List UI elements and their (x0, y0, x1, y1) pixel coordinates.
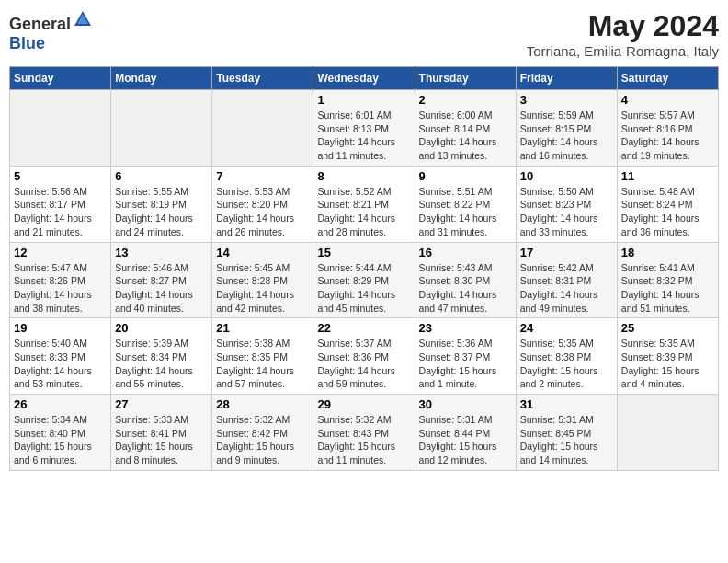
day-info: Sunrise: 5:32 AMSunset: 8:43 PMDaylight:… (317, 413, 410, 467)
calendar-cell: 17Sunrise: 5:42 AMSunset: 8:31 PMDayligh… (516, 242, 617, 318)
day-number: 31 (520, 397, 613, 411)
calendar-cell: 21Sunrise: 5:38 AMSunset: 8:35 PMDayligh… (212, 318, 313, 395)
day-number: 13 (115, 246, 208, 259)
day-number: 9 (419, 169, 512, 183)
day-info: Sunrise: 5:33 AMSunset: 8:41 PMDaylight:… (115, 413, 208, 467)
day-info: Sunrise: 5:41 AMSunset: 8:32 PMDaylight:… (621, 261, 714, 316)
day-info: Sunrise: 5:35 AMSunset: 8:39 PMDaylight:… (621, 337, 714, 391)
day-number: 22 (317, 321, 410, 335)
column-header-sunday: Sunday (10, 67, 111, 90)
logo-text: General Blue (9, 9, 93, 53)
day-number: 17 (520, 246, 613, 259)
logo-blue: Blue (9, 34, 45, 52)
calendar-cell: 7Sunrise: 5:53 AMSunset: 8:20 PMDaylight… (212, 166, 313, 242)
calendar-cell: 12Sunrise: 5:47 AMSunset: 8:26 PMDayligh… (10, 242, 111, 318)
calendar-cell: 26Sunrise: 5:34 AMSunset: 8:40 PMDayligh… (10, 395, 111, 471)
calendar-cell: 30Sunrise: 5:31 AMSunset: 8:44 PMDayligh… (415, 395, 516, 471)
title-block: May 2024 Torriana, Emilia-Romagna, Italy (527, 9, 719, 59)
calendar-cell: 25Sunrise: 5:35 AMSunset: 8:39 PMDayligh… (617, 318, 718, 395)
calendar-cell: 16Sunrise: 5:43 AMSunset: 8:30 PMDayligh… (415, 242, 516, 318)
day-number: 25 (621, 321, 714, 335)
day-info: Sunrise: 5:31 AMSunset: 8:45 PMDaylight:… (520, 413, 613, 467)
calendar-cell: 2Sunrise: 6:00 AMSunset: 8:14 PMDaylight… (415, 90, 516, 167)
day-info: Sunrise: 5:31 AMSunset: 8:44 PMDaylight:… (419, 413, 512, 467)
calendar-week-4: 19Sunrise: 5:40 AMSunset: 8:33 PMDayligh… (10, 318, 719, 395)
day-info: Sunrise: 5:38 AMSunset: 8:35 PMDaylight:… (216, 337, 309, 391)
day-number: 27 (115, 397, 208, 411)
calendar-cell: 15Sunrise: 5:44 AMSunset: 8:29 PMDayligh… (313, 242, 415, 318)
calendar-cell: 31Sunrise: 5:31 AMSunset: 8:45 PMDayligh… (516, 395, 617, 471)
calendar-cell (617, 395, 718, 471)
day-number: 1 (317, 93, 410, 107)
day-info: Sunrise: 5:32 AMSunset: 8:42 PMDaylight:… (216, 413, 309, 467)
day-number: 30 (419, 397, 512, 411)
day-info: Sunrise: 5:57 AMSunset: 8:16 PMDaylight:… (621, 109, 714, 163)
column-header-tuesday: Tuesday (212, 67, 313, 90)
calendar-week-1: 1Sunrise: 6:01 AMSunset: 8:13 PMDaylight… (10, 90, 719, 167)
calendar-cell: 13Sunrise: 5:46 AMSunset: 8:27 PMDayligh… (111, 242, 212, 318)
day-info: Sunrise: 6:01 AMSunset: 8:13 PMDaylight:… (317, 109, 410, 163)
day-number: 23 (419, 321, 512, 335)
calendar-cell: 22Sunrise: 5:37 AMSunset: 8:36 PMDayligh… (313, 318, 415, 395)
calendar-cell: 18Sunrise: 5:41 AMSunset: 8:32 PMDayligh… (617, 242, 718, 318)
day-info: Sunrise: 5:50 AMSunset: 8:23 PMDaylight:… (520, 185, 613, 239)
day-number: 7 (216, 169, 309, 183)
day-number: 3 (520, 93, 613, 107)
calendar-cell: 14Sunrise: 5:45 AMSunset: 8:28 PMDayligh… (212, 242, 313, 318)
logo-general: General (9, 15, 71, 33)
day-info: Sunrise: 5:55 AMSunset: 8:19 PMDaylight:… (115, 185, 208, 239)
day-number: 19 (14, 321, 107, 335)
day-info: Sunrise: 5:51 AMSunset: 8:22 PMDaylight:… (419, 185, 512, 239)
logo-icon (73, 9, 93, 29)
calendar-week-2: 5Sunrise: 5:56 AMSunset: 8:17 PMDaylight… (10, 166, 719, 242)
calendar-cell: 24Sunrise: 5:35 AMSunset: 8:38 PMDayligh… (516, 318, 617, 395)
calendar-week-5: 26Sunrise: 5:34 AMSunset: 8:40 PMDayligh… (10, 395, 719, 471)
day-number: 8 (317, 169, 410, 183)
day-info: Sunrise: 5:46 AMSunset: 8:27 PMDaylight:… (115, 261, 208, 316)
column-header-monday: Monday (111, 67, 212, 90)
day-info: Sunrise: 5:34 AMSunset: 8:40 PMDaylight:… (14, 413, 107, 467)
day-number: 12 (14, 246, 107, 259)
day-number: 20 (115, 321, 208, 335)
day-info: Sunrise: 5:37 AMSunset: 8:36 PMDaylight:… (317, 337, 410, 391)
day-info: Sunrise: 5:44 AMSunset: 8:29 PMDaylight:… (317, 261, 410, 316)
day-info: Sunrise: 5:42 AMSunset: 8:31 PMDaylight:… (520, 261, 613, 316)
day-info: Sunrise: 5:52 AMSunset: 8:21 PMDaylight:… (317, 185, 410, 239)
day-info: Sunrise: 5:53 AMSunset: 8:20 PMDaylight:… (216, 185, 309, 239)
calendar-cell: 4Sunrise: 5:57 AMSunset: 8:16 PMDaylight… (617, 90, 718, 167)
day-number: 2 (419, 93, 512, 107)
day-number: 24 (520, 321, 613, 335)
day-info: Sunrise: 6:00 AMSunset: 8:14 PMDaylight:… (419, 109, 512, 163)
day-info: Sunrise: 5:59 AMSunset: 8:15 PMDaylight:… (520, 109, 613, 163)
day-number: 11 (621, 169, 714, 183)
day-number: 6 (115, 169, 208, 183)
day-number: 14 (216, 246, 309, 259)
calendar-cell (10, 90, 111, 167)
location-title: Torriana, Emilia-Romagna, Italy (527, 43, 719, 59)
day-info: Sunrise: 5:35 AMSunset: 8:38 PMDaylight:… (520, 337, 613, 391)
day-number: 4 (621, 93, 714, 107)
calendar-cell: 20Sunrise: 5:39 AMSunset: 8:34 PMDayligh… (111, 318, 212, 395)
column-header-friday: Friday (516, 67, 617, 90)
day-info: Sunrise: 5:40 AMSunset: 8:33 PMDaylight:… (14, 337, 107, 391)
day-info: Sunrise: 5:36 AMSunset: 8:37 PMDaylight:… (419, 337, 512, 391)
day-number: 5 (14, 169, 107, 183)
calendar-cell: 19Sunrise: 5:40 AMSunset: 8:33 PMDayligh… (10, 318, 111, 395)
day-number: 26 (14, 397, 107, 411)
calendar-cell: 1Sunrise: 6:01 AMSunset: 8:13 PMDaylight… (313, 90, 415, 167)
day-number: 28 (216, 397, 309, 411)
day-number: 10 (520, 169, 613, 183)
calendar-cell (212, 90, 313, 167)
day-number: 29 (317, 397, 410, 411)
day-number: 18 (621, 246, 714, 259)
column-header-wednesday: Wednesday (313, 67, 415, 90)
calendar-cell (111, 90, 212, 167)
day-info: Sunrise: 5:39 AMSunset: 8:34 PMDaylight:… (115, 337, 208, 391)
calendar-cell: 28Sunrise: 5:32 AMSunset: 8:42 PMDayligh… (212, 395, 313, 471)
month-title: May 2024 (527, 9, 719, 43)
calendar-week-3: 12Sunrise: 5:47 AMSunset: 8:26 PMDayligh… (10, 242, 719, 318)
calendar-header-row: SundayMondayTuesdayWednesdayThursdayFrid… (10, 67, 719, 90)
calendar-cell: 27Sunrise: 5:33 AMSunset: 8:41 PMDayligh… (111, 395, 212, 471)
calendar-cell: 9Sunrise: 5:51 AMSunset: 8:22 PMDaylight… (415, 166, 516, 242)
day-info: Sunrise: 5:47 AMSunset: 8:26 PMDaylight:… (14, 261, 107, 316)
